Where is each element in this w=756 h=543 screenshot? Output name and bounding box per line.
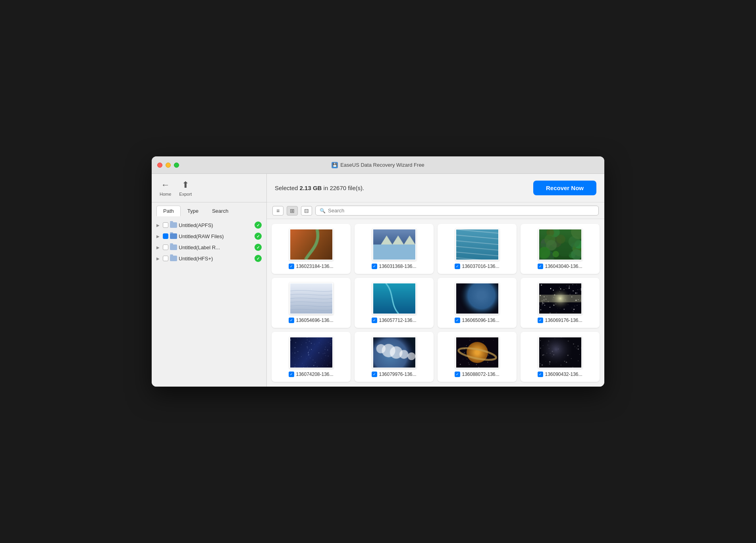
thumbnail (455, 283, 499, 314)
thumbnail (372, 283, 416, 314)
search-input[interactable] (328, 208, 594, 214)
file-checkbox[interactable] (289, 318, 294, 323)
maximize-button[interactable] (174, 162, 179, 168)
tab-type[interactable]: Type (181, 206, 205, 216)
grid-item[interactable]: 136054696-136... (272, 278, 351, 328)
grid-item[interactable]: 136079976-136... (355, 332, 434, 382)
file-name: 136023184-136... (296, 264, 333, 269)
thumbnail (455, 229, 499, 260)
file-checkbox[interactable] (372, 264, 377, 269)
file-label: 136079976-136... (372, 372, 416, 377)
file-checkbox[interactable] (289, 372, 294, 377)
close-button[interactable] (157, 162, 162, 168)
grid-item[interactable]: 136074208-136... (272, 332, 351, 382)
grid-item[interactable]: 136023184-136... (272, 224, 351, 274)
folder-icon (170, 256, 177, 261)
file-label: 136088072-136... (455, 372, 499, 377)
status-badge (255, 244, 262, 251)
thumbnail (289, 229, 333, 260)
grid-item[interactable]: 136037016-136... (438, 224, 517, 274)
thumbnail (289, 283, 333, 314)
thumbnail (372, 229, 416, 260)
grid-view-button[interactable]: ⊞ (287, 206, 298, 216)
tree-arrow: ▶ (156, 256, 161, 261)
grid-item[interactable]: 136065096-136... (438, 278, 517, 328)
grid-item[interactable]: 136031368-136... (355, 224, 434, 274)
tree-arrow: ▶ (156, 245, 161, 250)
file-name: 136090432-136... (545, 372, 582, 377)
file-name: 136057712-136... (379, 318, 416, 323)
home-button[interactable]: ← Home (160, 180, 171, 196)
list-view-button[interactable]: ≡ (272, 206, 284, 216)
selection-info: Selected 2.13 GB in 22670 file(s). (275, 185, 364, 191)
folder-icon (170, 222, 177, 228)
app-title: 💾 EaseUS Data Recovery Wizard Free (332, 162, 424, 168)
grid-item[interactable]: 136043040-136... (521, 224, 600, 274)
file-name: 136074208-136... (296, 372, 333, 377)
recover-now-button[interactable]: Recover Now (533, 181, 596, 195)
file-label: 136057712-136... (372, 318, 416, 323)
file-name: 136088072-136... (462, 372, 499, 377)
tree-checkbox[interactable] (163, 256, 168, 261)
file-checkbox[interactable] (455, 372, 460, 377)
export-button[interactable]: ⬆ Export (179, 180, 192, 196)
grid-item[interactable]: 136088072-136... (438, 332, 517, 382)
content-header: Selected 2.13 GB in 22670 file(s). Recov… (267, 174, 604, 202)
file-name: 136054696-136... (296, 318, 333, 323)
file-label: 136069176-136... (538, 318, 582, 323)
titlebar: 💾 EaseUS Data Recovery Wizard Free (152, 156, 604, 174)
thumbnail (455, 337, 499, 368)
file-label: 136037016-136... (455, 264, 499, 269)
status-badge (255, 221, 262, 229)
file-label: 136065096-136... (455, 318, 499, 323)
export-icon: ⬆ (182, 180, 189, 190)
file-checkbox[interactable] (455, 318, 460, 323)
thumbnail (538, 229, 582, 260)
content-area: Selected 2.13 GB in 22670 file(s). Recov… (267, 174, 604, 387)
file-checkbox[interactable] (372, 318, 377, 323)
file-checkbox[interactable] (455, 264, 460, 269)
tab-path[interactable]: Path (156, 206, 181, 216)
grid-item[interactable]: 136090432-136... (521, 332, 600, 382)
sidebar: ← Home ⬆ Export Path Type Search (152, 174, 267, 387)
thumbnail (538, 337, 582, 368)
file-checkbox[interactable] (538, 318, 543, 323)
file-name: 136031368-136... (379, 264, 416, 269)
view-toolbar: ≡ ⊞ ⊟ 🔍 (267, 202, 604, 219)
filmstrip-view-button[interactable]: ⊟ (301, 206, 312, 216)
tab-search[interactable]: Search (205, 206, 235, 216)
main-layout: ← Home ⬆ Export Path Type Search (152, 174, 604, 387)
file-checkbox[interactable] (538, 264, 543, 269)
file-checkbox[interactable] (372, 372, 377, 377)
grid-item[interactable]: 136057712-136... (355, 278, 434, 328)
thumbnail (538, 283, 582, 314)
search-icon: 🔍 (320, 208, 326, 214)
tree-checkbox[interactable] (163, 222, 168, 228)
tree-item-apfs[interactable]: ▶ Untitled(APFS) (152, 220, 266, 231)
tree-checkbox[interactable] (163, 245, 168, 250)
thumbnail (289, 337, 333, 368)
tree-checkbox[interactable] (163, 233, 168, 239)
tree-item-label[interactable]: ▶ Untitled(Label R... (152, 242, 266, 253)
minimize-button[interactable] (166, 162, 171, 168)
file-grid: 136023184-136...136031368-136...13603701… (267, 219, 604, 387)
folder-icon (170, 245, 177, 250)
file-tree: ▶ Untitled(APFS) ▶ Untitled(RAW Files) ▶ (152, 216, 266, 267)
grid-item[interactable]: 136069176-136... (521, 278, 600, 328)
search-box: 🔍 (315, 206, 599, 216)
tree-item-hfs[interactable]: ▶ Untitled(HFS+) (152, 253, 266, 264)
folder-icon (170, 233, 177, 239)
tree-item-raw[interactable]: ▶ Untitled(RAW Files) (152, 231, 266, 242)
file-label: 136054696-136... (289, 318, 333, 323)
file-label: 136043040-136... (538, 264, 582, 269)
file-name: 136043040-136... (545, 264, 582, 269)
tree-arrow: ▶ (156, 234, 161, 239)
traffic-lights (157, 162, 179, 168)
file-checkbox[interactable] (538, 372, 543, 377)
status-badge (255, 233, 262, 240)
file-label: 136090432-136... (538, 372, 582, 377)
sidebar-toolbar: ← Home ⬆ Export (152, 174, 266, 202)
file-label: 136074208-136... (289, 372, 333, 377)
app-window: 💾 EaseUS Data Recovery Wizard Free ← Hom… (152, 156, 604, 387)
file-checkbox[interactable] (289, 264, 294, 269)
